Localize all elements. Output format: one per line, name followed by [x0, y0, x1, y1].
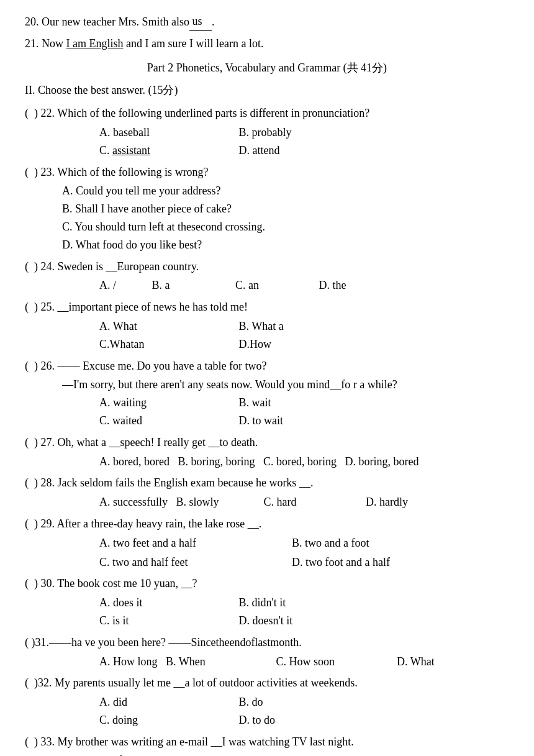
- q23-optB: B. Shall I have another piece of cake?: [62, 200, 509, 218]
- q22-options: A. baseball B. probably C. assistant D. …: [99, 124, 509, 160]
- q24-optC: C. an: [235, 276, 316, 294]
- subsection-title: II. Choose the best answer. (15分): [25, 81, 509, 99]
- q22-optB: B. probably: [239, 124, 376, 142]
- section-title: Part 2 Phonetics, Vocabulary and Grammar…: [25, 59, 509, 77]
- question-32: ( )32. My parents usually let me __a lot…: [25, 674, 509, 729]
- question-25: ( ) 25. __important piece of news he has…: [25, 298, 509, 353]
- question-24: ( ) 24. Sweden is __European country. A.…: [25, 258, 509, 295]
- q23-optC: C. You should turn left at thesecond cro…: [62, 218, 509, 236]
- q22-optC: C. assistant: [99, 142, 236, 160]
- q23-optA: A. Could you tell me your address?: [62, 182, 509, 200]
- q29-row2: C. two and half feet D. two foot and a h…: [99, 553, 509, 572]
- q22-text: ( ) 22. Which of the following underline…: [25, 104, 509, 122]
- q26-optA: A. waiting: [99, 394, 236, 412]
- q23-optD: D. What food do you like best?: [62, 236, 509, 254]
- question-26: ( ) 26. —— Excuse me. Do you have a tabl…: [25, 357, 509, 430]
- question-27: ( ) 27. Oh, what a __speech! I really ge…: [25, 434, 509, 471]
- q25-optD: D.How: [239, 335, 376, 353]
- question-23: ( ) 23. Which of the following is wrong?…: [25, 163, 509, 254]
- exam-page: 20. Our new teacher Mrs. Smith also us .…: [25, 12, 509, 756]
- q28-options: A. successfully B. slowly C. hard D. har…: [99, 493, 509, 511]
- q31-optC: C. How soon: [276, 653, 394, 671]
- q28-text: ( ) 28. Jack seldom fails the English ex…: [25, 474, 509, 492]
- q29-optD: D. two foot and a half: [292, 553, 453, 572]
- q21-underline: I am English: [66, 37, 124, 50]
- q29-optC: C. two and half feet: [99, 553, 292, 572]
- q33-options: A. after B. until C. while D. as soon as: [99, 752, 509, 756]
- q28-optAB: A. successfully B. slowly: [99, 493, 261, 511]
- q30-optC: C. is it: [99, 612, 236, 630]
- q24-optD: D. the: [319, 276, 381, 294]
- q24-text: ( ) 24. Sweden is __European country.: [25, 258, 509, 276]
- q29-text: ( ) 29. After a three-day heavy rain, th…: [25, 515, 509, 533]
- q33-optA: A. after: [99, 752, 236, 756]
- question-31: ( )31.——ha ve you been here? ——Sincethee…: [25, 634, 509, 671]
- q24-options: A. / B. a C. an D. the: [99, 276, 509, 294]
- q32-optA: A. did: [99, 693, 236, 711]
- q22-optD: D. attend: [239, 142, 376, 160]
- q26-optB: B. wait: [239, 394, 376, 412]
- q29-row1: A. two feet and a half B. two and a foot: [99, 534, 509, 552]
- q32-optB: B. do: [239, 693, 376, 711]
- q23-text: ( ) 23. Which of the following is wrong?: [25, 163, 509, 181]
- q29-optA: A. two feet and a half: [99, 534, 292, 552]
- q30-optB: B. didn't it: [239, 594, 376, 612]
- question-29: ( ) 29. After a three-day heavy rain, th…: [25, 515, 509, 571]
- q29-options: A. two feet and a half B. two and a foot…: [99, 534, 509, 572]
- question-21: 21. Now I am English and I am sure I wil…: [25, 35, 509, 53]
- question-28: ( ) 28. Jack seldom fails the English ex…: [25, 474, 509, 511]
- q30-optA: A. does it: [99, 594, 236, 612]
- q26-options: A. waiting B. wait C. waited D. to wait: [99, 394, 509, 430]
- q26-optD: D. to wait: [239, 412, 376, 430]
- question-33: ( ) 33. My brother was writing an e-mail…: [25, 733, 509, 756]
- q28-optD: D. hardly: [366, 493, 440, 511]
- q26-subtext: —I'm sorry, but there aren't any seats n…: [62, 376, 509, 394]
- q32-optD: D. to do: [239, 711, 376, 729]
- q25-optA: A. What: [99, 317, 236, 335]
- q28-optC: C. hard: [264, 493, 363, 511]
- q27-options: A. bored, bored B. boring, boring C. bor…: [99, 453, 509, 471]
- q24-optB: B. a: [152, 276, 233, 294]
- q25-optB: B. What a: [239, 317, 376, 335]
- q22-optA: A. baseball: [99, 124, 236, 142]
- q25-text: ( ) 25. __important piece of news he has…: [25, 298, 509, 316]
- q25-options: A. What B. What a C.Whatan D.How: [99, 317, 509, 353]
- q33-text: ( ) 33. My brother was writing an e-mail…: [25, 733, 509, 751]
- q21-text: 21. Now I am English and I am sure I wil…: [25, 35, 509, 53]
- q32-optC: C. doing: [99, 711, 236, 729]
- q30-optD: D. doesn't it: [239, 612, 376, 630]
- q32-text: ( )32. My parents usually let me __a lot…: [25, 674, 509, 692]
- q26-optC: C. waited: [99, 412, 236, 430]
- q30-options: A. does it B. didn't it C. is it D. does…: [99, 594, 509, 630]
- q20-text: 20. Our new teacher Mrs. Smith also us .: [25, 12, 509, 31]
- q26-text: ( ) 26. —— Excuse me. Do you have a tabl…: [25, 357, 509, 375]
- question-20: 20. Our new teacher Mrs. Smith also us .: [25, 12, 509, 31]
- q31-text: ( )31.——ha ve you been here? ——Sincethee…: [25, 634, 509, 652]
- q33-optB: B. until: [239, 752, 376, 756]
- q27-text: ( ) 27. Oh, what a __speech! I really ge…: [25, 434, 509, 452]
- question-22: ( ) 22. Which of the following underline…: [25, 104, 509, 159]
- q24-optA: A. /: [99, 276, 149, 294]
- q29-optB: B. two and a foot: [292, 534, 453, 552]
- q30-text: ( ) 30. The book cost me 10 yuan, __?: [25, 575, 509, 593]
- q32-options: A. did B. do C. doing D. to do: [99, 693, 509, 729]
- q31-optAB: A. How long B. When: [99, 653, 273, 671]
- q31-options: A. How long B. When C. How soon D. What: [99, 653, 509, 671]
- question-30: ( ) 30. The book cost me 10 yuan, __? A.…: [25, 575, 509, 629]
- q25-optC: C.Whatan: [99, 335, 236, 353]
- q31-optD: D. What: [397, 653, 459, 671]
